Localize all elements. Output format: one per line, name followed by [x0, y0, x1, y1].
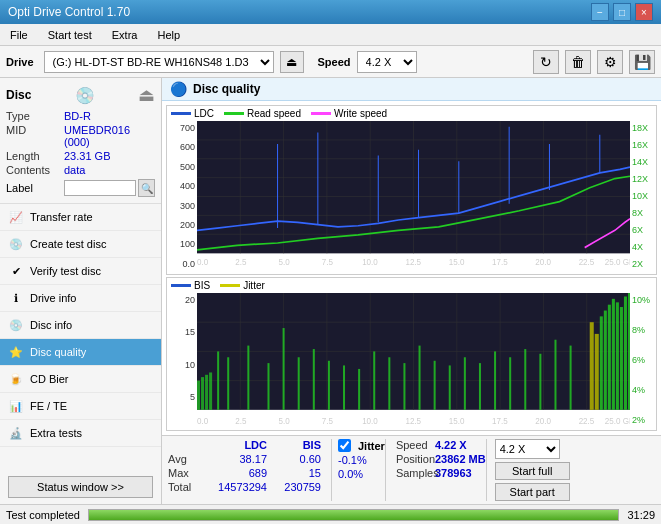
- sidebar-item-cd-bier[interactable]: 🍺 CD Bier: [0, 366, 161, 393]
- speed-select-stats[interactable]: 4.2 X: [495, 439, 560, 459]
- svg-rect-70: [494, 351, 496, 409]
- time-display: 31:29: [627, 509, 655, 521]
- status-text: Test completed: [6, 509, 80, 521]
- menu-file[interactable]: File: [4, 27, 34, 43]
- fe-te-icon: 📊: [8, 398, 24, 414]
- disc-title: Disc: [6, 88, 31, 102]
- ldc-legend-item: LDC: [171, 108, 214, 119]
- maximize-button[interactable]: □: [613, 3, 631, 21]
- stats-bis-header: BIS: [271, 439, 321, 451]
- disc-type-value: BD-R: [64, 110, 91, 122]
- jitter-header-row: Jitter: [338, 439, 385, 452]
- sidebar-item-transfer-rate[interactable]: 📈 Transfer rate: [0, 204, 161, 231]
- stats-max-ldc: 689: [207, 467, 267, 479]
- sidebar-item-verify-test-disc[interactable]: ✔ Verify test disc: [0, 258, 161, 285]
- bottom-chart-outer: 20 15 10 5 10% 8% 6% 4% 2%: [167, 293, 656, 427]
- top-chart-outer: 700 600 500 400 300 200 100 0.0 18X 16X …: [167, 121, 656, 271]
- eject-button[interactable]: ⏏: [280, 51, 304, 73]
- speed-select-toolbar[interactable]: 4.2 X: [357, 51, 417, 73]
- erase-button[interactable]: 🗑: [565, 50, 591, 74]
- sidebar-label-drive-info: Drive info: [30, 292, 76, 304]
- disc-quality-title: Disc quality: [193, 82, 260, 96]
- stats-avg-row: Avg 38.17 0.60: [168, 453, 321, 465]
- disc-header: Disc 💿 ⏏: [6, 84, 155, 106]
- svg-rect-59: [328, 360, 330, 409]
- svg-rect-65: [419, 345, 421, 409]
- position-label: Position: [396, 453, 431, 465]
- stats-total-label: Total: [168, 481, 203, 493]
- save-button[interactable]: 💾: [629, 50, 655, 74]
- svg-rect-58: [313, 349, 315, 410]
- svg-text:20.0: 20.0: [535, 256, 551, 267]
- disc-contents-label: Contents: [6, 164, 64, 176]
- svg-text:15.0: 15.0: [449, 415, 465, 426]
- bottom-chart-svg: 0.0 2.5 5.0 7.5 10.0 12.5 15.0 17.5 20.0…: [197, 293, 630, 427]
- disc-mid-value: UMEBDR016 (000): [64, 124, 155, 148]
- main-layout: Disc 💿 ⏏ Type BD-R MID UMEBDR016 (000) L…: [0, 78, 661, 504]
- speed-label: Speed: [318, 56, 351, 68]
- start-part-button[interactable]: Start part: [495, 483, 570, 501]
- disc-label-label: Label: [6, 182, 64, 194]
- close-button[interactable]: ×: [635, 3, 653, 21]
- svg-text:20.0: 20.0: [535, 415, 551, 426]
- sidebar-item-drive-info[interactable]: ℹ Drive info: [0, 285, 161, 312]
- stats-buttons-col: 4.2 X Start full Start part: [486, 439, 570, 501]
- menu-help[interactable]: Help: [151, 27, 186, 43]
- disc-section: Disc 💿 ⏏ Type BD-R MID UMEBDR016 (000) L…: [0, 78, 161, 204]
- jitter-checkbox[interactable]: [338, 439, 351, 452]
- disc-type-label: Type: [6, 110, 64, 122]
- svg-text:10.0: 10.0: [362, 256, 378, 267]
- sidebar-label-verify-test-disc: Verify test disc: [30, 265, 101, 277]
- disc-contents-row: Contents data: [6, 164, 155, 176]
- svg-text:2.5: 2.5: [235, 415, 246, 426]
- disc-label-input[interactable]: [64, 180, 136, 196]
- stats-total-bis: 230759: [271, 481, 321, 493]
- stats-max-row: Max 689 15: [168, 467, 321, 479]
- disc-type-row: Type BD-R: [6, 110, 155, 122]
- read-speed-legend-item: Read speed: [224, 108, 301, 119]
- menu-extra[interactable]: Extra: [106, 27, 144, 43]
- disc-eject-icon: ⏏: [138, 84, 155, 106]
- disc-label-row: Label 🔍: [6, 179, 155, 197]
- bottom-yaxis-right: 10% 8% 6% 4% 2%: [630, 293, 656, 427]
- stats-header-row: LDC BIS: [168, 439, 321, 451]
- app-title: Opti Drive Control 1.70: [8, 5, 130, 19]
- disc-length-label: Length: [6, 150, 64, 162]
- sidebar-item-extra-tests[interactable]: 🔬 Extra tests: [0, 420, 161, 447]
- disc-label-button[interactable]: 🔍: [138, 179, 155, 197]
- refresh-button[interactable]: ↻: [533, 50, 559, 74]
- svg-rect-57: [298, 357, 300, 410]
- start-full-button[interactable]: Start full: [495, 462, 570, 480]
- svg-rect-84: [624, 296, 627, 409]
- write-speed-legend-label: Write speed: [334, 108, 387, 119]
- svg-text:12.5: 12.5: [405, 415, 421, 426]
- jitter-max-val: 0.0%: [338, 468, 363, 480]
- svg-text:17.5: 17.5: [492, 415, 508, 426]
- minimize-button[interactable]: −: [591, 3, 609, 21]
- speed-stat-val: 4.22 X: [435, 439, 467, 451]
- sidebar-item-disc-info[interactable]: 💿 Disc info: [0, 312, 161, 339]
- settings-button[interactable]: ⚙: [597, 50, 623, 74]
- svg-text:25.0 GB: 25.0 GB: [605, 256, 630, 267]
- sidebar-label-fe-te: FE / TE: [30, 400, 67, 412]
- svg-rect-71: [509, 357, 511, 410]
- drive-select[interactable]: (G:) HL-DT-ST BD-RE WH16NS48 1.D3: [44, 51, 274, 73]
- bis-legend-item: BIS: [171, 280, 210, 291]
- svg-rect-85: [628, 293, 630, 410]
- status-window-button[interactable]: Status window >>: [8, 476, 153, 498]
- svg-text:12.5: 12.5: [405, 256, 421, 267]
- cd-bier-icon: 🍺: [8, 371, 24, 387]
- svg-text:7.5: 7.5: [322, 256, 333, 267]
- svg-text:5.0: 5.0: [279, 415, 290, 426]
- sidebar-item-fe-te[interactable]: 📊 FE / TE: [0, 393, 161, 420]
- menu-start-test[interactable]: Start test: [42, 27, 98, 43]
- disc-mid-row: MID UMEBDR016 (000): [6, 124, 155, 148]
- speed-stat-label: Speed: [396, 439, 431, 451]
- svg-text:25.0 GB: 25.0 GB: [605, 415, 630, 426]
- stats-avg-label: Avg: [168, 453, 203, 465]
- sidebar-item-disc-quality[interactable]: ⭐ Disc quality: [0, 339, 161, 366]
- stats-right-col: Speed 4.22 X Position 23862 MB Samples 3…: [385, 439, 486, 501]
- extra-tests-icon: 🔬: [8, 425, 24, 441]
- disc-contents-value: data: [64, 164, 85, 176]
- sidebar-item-create-test-disc[interactable]: 💿 Create test disc: [0, 231, 161, 258]
